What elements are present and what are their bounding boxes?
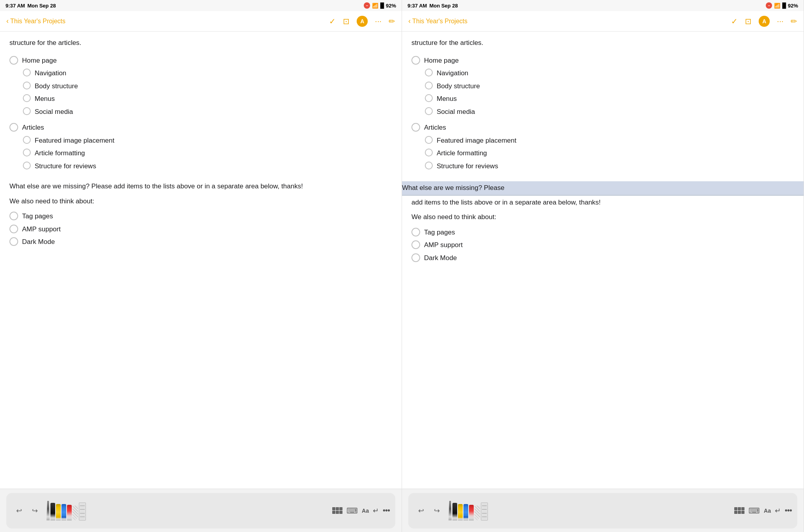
checkbox-socialmedia-left[interactable]: [23, 107, 31, 115]
checkbox-homepage-right[interactable]: [411, 56, 420, 65]
checkbox-tagpages-right[interactable]: [411, 228, 420, 236]
eraser-shape-left: [73, 506, 78, 521]
checkbox-articles-left[interactable]: [9, 123, 18, 132]
marker-icon-left[interactable]: A: [357, 16, 368, 27]
blue-pen-right[interactable]: [463, 504, 468, 521]
checkmark-icon-right[interactable]: ✓: [731, 17, 738, 26]
toolbar-left: ↩ ↪: [0, 489, 402, 532]
list-item-reviews-right: Structure for reviews: [411, 161, 794, 171]
redo-button-left[interactable]: ↪: [28, 504, 42, 518]
label-amp-right: AMP support: [424, 240, 463, 250]
back-text-left: This Year's Projects: [10, 18, 65, 25]
pencil-tool-right[interactable]: [449, 501, 452, 521]
format-button-right[interactable]: Aa: [764, 508, 771, 514]
checkbox-reviews-left[interactable]: [23, 162, 31, 169]
camera-icon-left[interactable]: ⊡: [343, 17, 350, 26]
checkbox-navigation-right[interactable]: [425, 69, 433, 76]
status-right-right: – 📶 ▉ 92%: [766, 2, 798, 9]
label-homepage-left: Home page: [22, 55, 57, 66]
label-tagpages-left: Tag pages: [22, 211, 53, 221]
checkbox-bodystructure-left[interactable]: [23, 82, 31, 89]
day-left: Mon Sep 28: [27, 3, 56, 9]
checkbox-formatting-right[interactable]: [425, 149, 433, 156]
checkbox-articles-right[interactable]: [411, 123, 420, 132]
checkbox-reviews-right[interactable]: [425, 162, 433, 169]
checkbox-darkmode-right[interactable]: [411, 253, 420, 262]
checkbox-amp-left[interactable]: [9, 225, 18, 233]
label-darkmode-left: Dark Mode: [22, 236, 55, 247]
compose-icon-right[interactable]: ✏: [791, 17, 797, 26]
yellow-pen-left[interactable]: [56, 504, 61, 521]
undo-button-left[interactable]: ↩: [12, 504, 26, 518]
red-pen-left[interactable]: [67, 505, 72, 521]
checkbox-bodystructure-right[interactable]: [425, 82, 433, 89]
chevron-left-icon-right: ‹: [408, 17, 411, 25]
keyboard-button-right[interactable]: ⌨: [748, 506, 760, 515]
ruler-shape-right: [481, 502, 488, 521]
yellow-pen-right[interactable]: [458, 504, 463, 521]
list-item-featured-left: Featured image placement: [9, 135, 392, 146]
back-button-right[interactable]: ‹ This Year's Projects: [408, 17, 467, 25]
checkbox-homepage-left[interactable]: [9, 56, 18, 65]
back-button-left[interactable]: ‹ This Year's Projects: [6, 17, 65, 25]
list-item-socialmedia-left: Social media: [9, 106, 392, 117]
keyboard-button-left[interactable]: ⌨: [346, 506, 358, 515]
ellipsis-icon-left[interactable]: ···: [375, 17, 382, 26]
red-pen-right[interactable]: [469, 505, 474, 521]
red-pen-shape-right: [469, 505, 474, 521]
checkbox-featured-right[interactable]: [425, 136, 433, 144]
pen-tools-left: [47, 501, 86, 521]
red-pen-shape-left: [67, 505, 72, 521]
marker-tool-left[interactable]: [50, 503, 55, 521]
list-item-amp-left: AMP support: [9, 224, 392, 234]
marker-icon-right[interactable]: A: [759, 16, 770, 27]
table-button-left[interactable]: [332, 507, 342, 514]
list-item-formatting-left: Article formatting: [9, 148, 392, 158]
ellipsis-icon-right[interactable]: ···: [777, 17, 784, 26]
checkbox-formatting-left[interactable]: [23, 149, 31, 156]
compose-icon-left[interactable]: ✏: [389, 17, 395, 26]
ruler-right[interactable]: [481, 502, 488, 521]
time-right: 9:37 AM: [408, 3, 427, 9]
return-button-right[interactable]: ↵: [775, 506, 781, 515]
list-item-articles-right: Articles: [411, 122, 794, 133]
eraser-right[interactable]: [475, 506, 480, 521]
more-icon-left: •••: [383, 506, 390, 515]
label-featured-left: Featured image placement: [35, 135, 114, 146]
checkbox-navigation-left[interactable]: [23, 69, 31, 76]
list-item-formatting-right: Article formatting: [411, 148, 794, 158]
checkmark-icon-left[interactable]: ✓: [329, 17, 336, 26]
ruler-left[interactable]: [79, 502, 86, 521]
checkbox-menus-left[interactable]: [23, 94, 31, 102]
marker-shape-left: [50, 503, 55, 521]
status-bar-left: 9:37 AM Mon Sep 28 – 📶 ▉ 92%: [0, 0, 402, 11]
checkbox-menus-right[interactable]: [425, 94, 433, 102]
table-button-right[interactable]: [734, 507, 744, 514]
redo-button-right[interactable]: ↪: [430, 504, 444, 518]
undo-button-right[interactable]: ↩: [414, 504, 428, 518]
blue-pen-left[interactable]: [61, 504, 66, 521]
pencil-tool-left[interactable]: [47, 501, 50, 521]
checkbox-tagpages-left[interactable]: [9, 212, 18, 220]
checkbox-amp-right[interactable]: [411, 240, 420, 249]
more-icon-right: •••: [785, 506, 792, 515]
eraser-left[interactable]: [73, 506, 78, 521]
list-item-navigation-left: Navigation: [9, 68, 392, 78]
label-bodystructure-right: Body structure: [437, 81, 480, 91]
more-button-left[interactable]: •••: [383, 506, 390, 515]
checkbox-socialmedia-right[interactable]: [425, 107, 433, 115]
body-text-left: What else are we missing? Please add ite…: [9, 181, 392, 192]
checkbox-darkmode-left[interactable]: [9, 237, 18, 246]
camera-icon-right[interactable]: ⊡: [745, 17, 752, 26]
list-item-articles-left: Articles: [9, 122, 392, 133]
return-button-left[interactable]: ↵: [373, 506, 379, 515]
checkbox-featured-left[interactable]: [23, 136, 31, 144]
format-text-right: Aa: [764, 508, 771, 514]
status-left-right: 9:37 AM Mon Sep 28: [408, 3, 458, 9]
marker-tool-right[interactable]: [452, 503, 457, 521]
more-button-right[interactable]: •••: [785, 506, 792, 515]
checklist-right: Home page Navigation Body structure Menu…: [411, 55, 794, 171]
format-button-left[interactable]: Aa: [362, 508, 369, 514]
status-bar-right: 9:37 AM Mon Sep 28 – 📶 ▉ 92%: [402, 0, 804, 11]
keyboard-icon-right: ⌨: [748, 506, 760, 515]
